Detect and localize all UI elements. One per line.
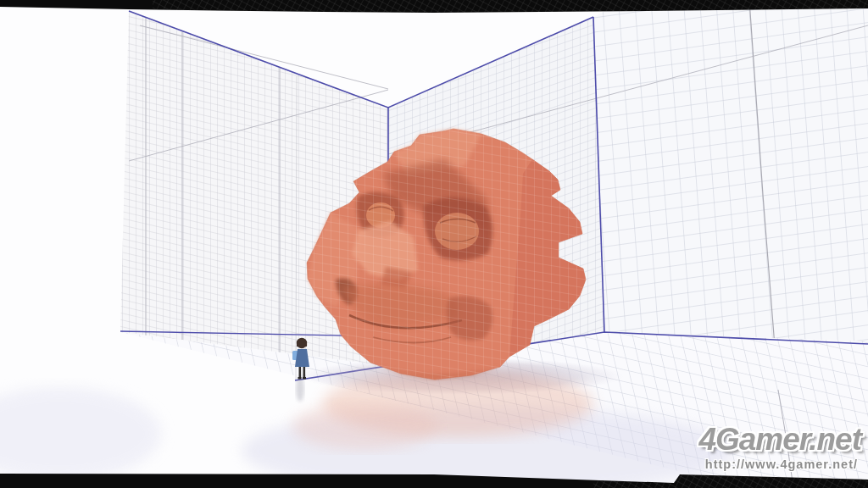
- scene-3d-viewport: [0, 0, 868, 488]
- character-foot: [298, 377, 302, 380]
- game-screenshot-frame: 4Gamer.net http://www.4gamer.net/: [0, 0, 868, 488]
- character-reflection: [296, 376, 304, 402]
- wireframe-right-wall-near: [593, 0, 868, 390]
- character-leg: [299, 367, 302, 378]
- character-leg: [303, 367, 306, 378]
- character-foot: [303, 377, 306, 380]
